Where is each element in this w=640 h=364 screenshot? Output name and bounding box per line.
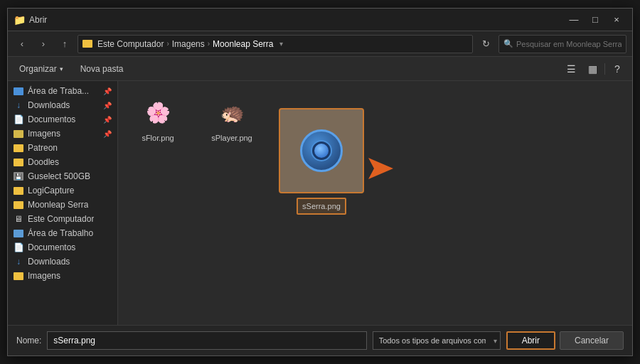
sidebar-item-documentos2[interactable]: 📄 Documentos [8, 240, 117, 255]
folder-icon [14, 272, 23, 280]
svg-marker-4 [368, 158, 393, 179]
drive-icon: 💾 [14, 172, 23, 181]
file-icon: 🦔 [215, 95, 249, 129]
sidebar-item-area-de-trabalho[interactable]: Área de Traba... 📌 [8, 84, 117, 98]
sidebar-item-label: Este Computador [28, 214, 94, 224]
help-button[interactable]: ? [608, 60, 626, 78]
filename-label: Nome: [16, 336, 41, 346]
sidebar: Área de Traba... 📌 ↓ Downloads 📌 📄 Docum… [8, 81, 118, 325]
breadcrumb-sep1: › [166, 40, 169, 48]
sidebar-item-imagens[interactable]: Imagens 📌 [8, 127, 117, 141]
sidebar-item-imagens2[interactable]: Imagens [8, 269, 117, 283]
file-item-sserra-label[interactable]: sSerra.png [297, 198, 346, 215]
svg-point-0 [311, 141, 331, 161]
filename-input[interactable] [47, 331, 366, 350]
folder-icon [14, 159, 23, 166]
file-item-splayer[interactable]: 🦔 sPlayer.png [203, 92, 260, 145]
sidebar-item-label: Downloads [28, 100, 70, 110]
organize-button[interactable]: Organizar ▾ [14, 61, 69, 77]
list-view-button[interactable]: ☰ [562, 60, 580, 78]
search-input[interactable] [516, 40, 622, 48]
up-button[interactable]: ↑ [56, 36, 73, 53]
open-button[interactable]: Abrir [506, 331, 555, 350]
sidebar-item-label: Guselect 500GB [28, 171, 90, 181]
folder-icon [14, 144, 23, 152]
bottom-bar: Nome: Todos os tipos de arquivos com ▾ A… [8, 325, 632, 355]
sidebar-item-doodles[interactable]: Doodles [8, 155, 117, 169]
pin-icon: 📌 [103, 116, 112, 124]
file-icon: 🌸 [141, 95, 175, 129]
close-button[interactable]: × [607, 12, 626, 28]
sserra-icon [300, 129, 343, 172]
sidebar-item-label: Documentos [28, 242, 75, 252]
flower-icon: 🌸 [146, 101, 171, 124]
folder-icon [14, 87, 23, 95]
download-icon: ↓ [14, 100, 23, 110]
cancel-button[interactable]: Cancelar [560, 331, 624, 350]
filetype-select[interactable]: Todos os tipos de arquivos com [373, 331, 501, 350]
open-file-dialog: 📁 Abrir — □ × ‹ › ↑ Este Computador › Im… [7, 8, 633, 356]
search-box[interactable]: 🔍 [498, 35, 626, 53]
arrow-indicator [361, 151, 397, 186]
sidebar-item-moonleap[interactable]: Moonleap Serra [8, 198, 117, 212]
sidebar-item-label: Moonleap Serra [28, 200, 88, 210]
breadcrumb-folder-icon [82, 40, 92, 48]
forward-button[interactable]: › [35, 36, 52, 53]
file-item-sserra-large[interactable] [279, 108, 364, 193]
camera-svg [310, 139, 333, 162]
title-bar: 📁 Abrir — □ × [8, 9, 632, 31]
sidebar-item-label: Imagens [28, 271, 60, 281]
desktop-icon [14, 230, 23, 237]
main-file-area: 🌸 sFlor.png 🦔 sPlayer.png [118, 81, 632, 325]
sidebar-item-label: Imagens [28, 129, 60, 139]
pin-icon: 📌 [103, 87, 112, 95]
window-controls: — □ × [564, 12, 626, 28]
doc-icon: 📄 [14, 242, 23, 252]
refresh-button[interactable]: ↻ [477, 36, 494, 53]
breadcrumb-dropdown-icon[interactable]: ▾ [279, 40, 283, 48]
sidebar-item-label: Downloads [28, 257, 70, 267]
pin-icon: 📌 [103, 130, 112, 138]
dialog-icon: 📁 [14, 14, 25, 26]
search-icon: 🔍 [503, 39, 513, 48]
organize-chevron-icon: ▾ [60, 65, 63, 73]
filetype-wrapper: Todos os tipos de arquivos com ▾ [373, 331, 501, 350]
download-icon: ↓ [14, 257, 23, 267]
file-item-sflor[interactable]: 🌸 sFlor.png [129, 92, 186, 145]
sidebar-item-label: Patreon [28, 143, 58, 153]
file-name: sPlayer.png [211, 134, 252, 142]
sidebar-item-label: Área de Trabalho [28, 228, 93, 238]
sidebar-item-label: LogiCapture [28, 186, 74, 196]
computer-icon: 🖥 [14, 215, 23, 223]
grid-view-button[interactable]: ▦ [583, 60, 602, 78]
svg-point-3 [319, 149, 321, 151]
minimize-button[interactable]: — [564, 12, 584, 28]
svg-point-1 [316, 146, 326, 156]
content-area: Área de Traba... 📌 ↓ Downloads 📌 📄 Docum… [8, 81, 632, 325]
dialog-title: Abrir [29, 15, 564, 25]
address-bar: ‹ › ↑ Este Computador › Imagens › Moonle… [8, 31, 632, 57]
sidebar-item-label: Área de Traba... [28, 86, 89, 96]
breadcrumb-moonleap[interactable]: Moonleap Serra [213, 39, 273, 49]
sidebar-item-area-de-trabalho2[interactable]: Área de Trabalho [8, 226, 117, 240]
doc-icon: 📄 [14, 114, 23, 124]
sidebar-item-patreon[interactable]: Patreon [8, 141, 117, 155]
new-folder-button[interactable]: Nova pasta [75, 61, 129, 77]
sidebar-item-downloads2[interactable]: ↓ Downloads [8, 255, 117, 269]
toolbar-separator [604, 63, 605, 75]
folder-icon [14, 130, 23, 138]
sidebar-item-label: Documentos [28, 114, 75, 124]
breadcrumb-computador[interactable]: Este Computador [97, 39, 164, 49]
breadcrumb-imagens[interactable]: Imagens [172, 39, 205, 49]
sidebar-item-logicapture[interactable]: LogiCapture [8, 183, 117, 198]
breadcrumb[interactable]: Este Computador › Imagens › Moonleap Ser… [78, 35, 473, 53]
sidebar-item-este-computador[interactable]: 🖥 Este Computador [8, 212, 117, 226]
sidebar-item-documentos[interactable]: 📄 Documentos 📌 [8, 112, 117, 127]
maximize-button[interactable]: □ [585, 12, 605, 28]
sidebar-item-label: Doodles [28, 157, 59, 167]
folder-icon [14, 187, 23, 195]
sidebar-item-guselect[interactable]: 💾 Guselect 500GB [8, 169, 117, 183]
sidebar-item-downloads[interactable]: ↓ Downloads 📌 [8, 98, 117, 112]
back-button[interactable]: ‹ [14, 36, 31, 53]
pin-icon: 📌 [103, 102, 112, 109]
